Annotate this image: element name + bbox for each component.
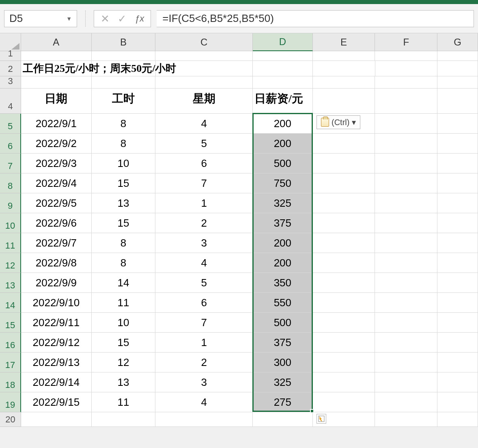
cell-B13[interactable]: 14 xyxy=(92,273,156,293)
cell-C19[interactable]: 4 xyxy=(155,392,253,412)
fx-icon[interactable]: ƒx xyxy=(135,14,144,23)
cell-F6[interactable] xyxy=(375,134,437,154)
cell-F19[interactable] xyxy=(375,392,437,412)
cell-A5[interactable]: 2022/9/1 xyxy=(21,114,92,134)
column-header-D[interactable]: D xyxy=(253,33,313,51)
cell-B10[interactable]: 15 xyxy=(92,213,156,233)
cell-D3[interactable] xyxy=(253,76,313,89)
column-header-F[interactable]: F xyxy=(375,33,437,51)
row-header-15[interactable]: 15 xyxy=(0,313,21,333)
cell-B16[interactable]: 15 xyxy=(92,333,156,353)
cell-F16[interactable] xyxy=(375,333,437,353)
row-header-17[interactable]: 17 xyxy=(0,353,21,372)
cell-B9[interactable]: 13 xyxy=(92,193,156,213)
cell-C14[interactable]: 6 xyxy=(155,293,253,313)
cell-E9[interactable] xyxy=(313,193,375,213)
cell-F5[interactable] xyxy=(375,114,437,134)
cell-B6[interactable]: 8 xyxy=(92,134,156,154)
cell-B1[interactable] xyxy=(92,51,156,61)
row-header-7[interactable]: 7 xyxy=(0,154,21,173)
column-header-B[interactable]: B xyxy=(92,33,156,51)
cell-E2[interactable] xyxy=(313,61,375,76)
cell-E18[interactable] xyxy=(313,372,375,392)
cell-A20[interactable] xyxy=(21,412,92,427)
cell-C1[interactable] xyxy=(155,51,253,61)
cell-E11[interactable] xyxy=(313,233,375,253)
row-header-1[interactable]: 1 xyxy=(0,51,21,61)
cell-F17[interactable] xyxy=(375,353,437,372)
cell-F7[interactable] xyxy=(375,154,437,173)
cell-F9[interactable] xyxy=(375,193,437,213)
cell-E14[interactable] xyxy=(313,293,375,313)
row-header-11[interactable]: 11 xyxy=(0,233,21,253)
cell-C3[interactable] xyxy=(155,76,253,89)
cell-G11[interactable] xyxy=(437,233,478,253)
cell-D18[interactable]: 325 xyxy=(253,372,313,392)
row-header-3[interactable]: 3 xyxy=(0,76,21,89)
cell-G18[interactable] xyxy=(437,372,478,392)
cell-C20[interactable] xyxy=(155,412,253,427)
cell-A4[interactable]: 日期 xyxy=(21,89,92,114)
cell-E12[interactable] xyxy=(313,253,375,273)
cell-G5[interactable] xyxy=(437,114,478,134)
cell-F20[interactable] xyxy=(375,412,437,427)
row-header-16[interactable]: 16 xyxy=(0,333,21,353)
cell-G13[interactable] xyxy=(437,273,478,293)
cell-E16[interactable] xyxy=(313,333,375,353)
cell-B19[interactable]: 11 xyxy=(92,392,156,412)
cell-D14[interactable]: 550 xyxy=(253,293,313,313)
cell-F1[interactable] xyxy=(375,51,437,61)
cell-B11[interactable]: 8 xyxy=(92,233,156,253)
cell-A11[interactable]: 2022/9/7 xyxy=(21,233,92,253)
cell-B15[interactable]: 10 xyxy=(92,313,156,333)
cell-A6[interactable]: 2022/9/2 xyxy=(21,134,92,154)
cell-C7[interactable]: 6 xyxy=(155,154,253,173)
cell-A9[interactable]: 2022/9/5 xyxy=(21,193,92,213)
cell-E4[interactable] xyxy=(313,89,375,114)
cell-D12[interactable]: 200 xyxy=(253,253,313,273)
row-header-12[interactable]: 12 xyxy=(0,253,21,273)
cell-D7[interactable]: 500 xyxy=(253,154,313,173)
cell-D16[interactable]: 375 xyxy=(253,333,313,353)
cell-G2[interactable] xyxy=(437,61,478,76)
row-header-10[interactable]: 10 xyxy=(0,213,21,233)
cell-C6[interactable]: 5 xyxy=(155,134,253,154)
cell-grid[interactable]: 工作日25元/小时；周末50元/小时日期工时星期日薪资/元2022/9/1842… xyxy=(21,51,478,427)
row-header-13[interactable]: 13 xyxy=(0,273,21,293)
column-header-A[interactable]: A xyxy=(21,33,92,51)
row-header-5[interactable]: 5 xyxy=(0,114,21,134)
cell-C15[interactable]: 7 xyxy=(155,313,253,333)
autofill-options-button[interactable] xyxy=(317,414,326,424)
row-header-19[interactable]: 19 xyxy=(0,392,21,412)
row-header-2[interactable]: 2 xyxy=(0,61,21,76)
cell-B17[interactable]: 12 xyxy=(92,353,156,372)
enter-icon[interactable]: ✓ xyxy=(118,13,127,24)
cell-B18[interactable]: 13 xyxy=(92,372,156,392)
row-header-4[interactable]: 4 xyxy=(0,89,21,114)
cell-E19[interactable] xyxy=(313,392,375,412)
name-box-dropdown-icon[interactable]: ▼ xyxy=(66,15,72,22)
cell-D10[interactable]: 375 xyxy=(253,213,313,233)
cell-A7[interactable]: 2022/9/3 xyxy=(21,154,92,173)
cell-D6[interactable]: 200 xyxy=(253,134,313,154)
cell-C16[interactable]: 1 xyxy=(155,333,253,353)
cell-E17[interactable] xyxy=(313,353,375,372)
cell-C13[interactable]: 5 xyxy=(155,273,253,293)
cell-C9[interactable]: 1 xyxy=(155,193,253,213)
cancel-icon[interactable]: ✕ xyxy=(101,13,110,24)
cell-E10[interactable] xyxy=(313,213,375,233)
cell-A13[interactable]: 2022/9/9 xyxy=(21,273,92,293)
cell-B7[interactable]: 10 xyxy=(92,154,156,173)
cell-B20[interactable] xyxy=(92,412,156,427)
cell-E15[interactable] xyxy=(313,313,375,333)
cell-A3[interactable] xyxy=(21,76,92,89)
column-header-C[interactable]: C xyxy=(155,33,253,51)
cell-G17[interactable] xyxy=(437,353,478,372)
cell-A14[interactable]: 2022/9/10 xyxy=(21,293,92,313)
cell-B5[interactable]: 8 xyxy=(92,114,156,134)
cell-C4[interactable]: 星期 xyxy=(155,89,253,114)
cell-D4[interactable]: 日薪资/元 xyxy=(253,89,313,114)
cell-D5[interactable]: 200 xyxy=(253,114,313,134)
row-header-6[interactable]: 6 xyxy=(0,134,21,154)
cell-G20[interactable] xyxy=(437,412,478,427)
